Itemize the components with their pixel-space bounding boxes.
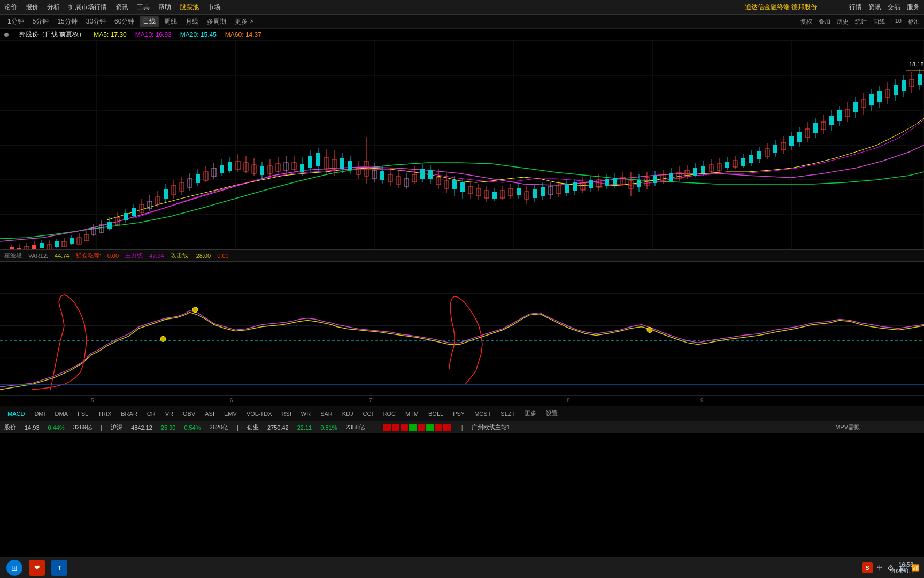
action-jiaoyi[interactable]: 交易 — [888, 3, 900, 12]
ind-btn-brar[interactable]: BRAR — [118, 410, 141, 417]
time-btn-daily[interactable]: 日线 — [140, 16, 159, 27]
menu-item-kuozhan[interactable]: 扩展市场行情 — [68, 3, 107, 12]
btn-fuquan[interactable]: 复权 — [800, 18, 812, 26]
ind-btn-roc[interactable]: ROC — [380, 410, 399, 417]
ind-btn-sar[interactable]: SAR — [317, 410, 336, 417]
svg-rect-185 — [693, 168, 697, 176]
timeline-label-9: 9 — [700, 398, 704, 404]
ind-btn-kdj[interactable]: KDJ — [339, 410, 357, 417]
ind-mainline-label: 主力线 — [125, 252, 143, 260]
ind-mainline-value: 47.94 — [149, 253, 164, 259]
chart-toolbar-right: 复权 叠加 历史 统计 画线 F10 标准 — [800, 18, 920, 26]
btn-biaozhun[interactable]: 标准 — [908, 18, 920, 26]
heat-block-5 — [418, 424, 425, 431]
svg-rect-171 — [637, 180, 641, 187]
svg-rect-87 — [300, 164, 304, 172]
time-btn-5min[interactable]: 5分钟 — [29, 16, 52, 27]
btn-f10[interactable]: F10 — [891, 18, 902, 26]
ind-btn-mcst[interactable]: MCST — [471, 410, 494, 417]
ind-btn-trix[interactable]: TRIX — [95, 410, 114, 417]
svg-rect-89 — [308, 156, 312, 168]
menu-item-zixun[interactable]: 资讯 — [116, 3, 128, 12]
system-tray: S 中 ⚙ 🔊 📶 16:56 2020/0... — [862, 562, 920, 573]
s-logo-icon[interactable]: S — [862, 562, 873, 573]
ind-var12-value: 44.74 — [55, 253, 70, 259]
ind-btn-fsl[interactable]: FSL — [74, 410, 91, 417]
ind-btn-settings[interactable]: 设置 — [543, 409, 561, 418]
time-btn-1min[interactable]: 1分钟 — [4, 16, 27, 27]
ind-btn-rsi[interactable]: RSI — [279, 410, 295, 417]
time-btn-monthly[interactable]: 月线 — [182, 16, 202, 27]
start-button[interactable]: ⊞ — [6, 560, 22, 576]
btn-tongji[interactable]: 统计 — [855, 18, 867, 26]
time-btn-weekly[interactable]: 周线 — [161, 16, 180, 27]
ind-btn-macd[interactable]: MACD — [4, 410, 28, 417]
ind-btn-psy[interactable]: PSY — [450, 410, 468, 417]
status-right-label: MPV需振 — [835, 423, 860, 431]
status-station: 广州欧线主站1 — [472, 423, 510, 431]
ind-btn-voltdx[interactable]: VOL-TDX — [243, 410, 275, 417]
app-icon-security[interactable]: ❤ — [29, 560, 45, 576]
ind-btn-cci[interactable]: CCI — [360, 410, 376, 417]
indicator-panel[interactable] — [0, 261, 924, 395]
svg-rect-107 — [380, 171, 384, 180]
time-btn-15min[interactable]: 15分钟 — [54, 16, 80, 27]
action-fuwu[interactable]: 服务 — [907, 3, 920, 12]
ind-btn-vr[interactable]: VR — [162, 410, 176, 417]
tray-lang-label[interactable]: 中 — [877, 564, 883, 572]
menu-item-baojia[interactable]: 报价 — [26, 3, 38, 12]
status-sep3: | — [373, 424, 375, 431]
taskbar-clock: 16:56 2020/0... — [890, 561, 913, 574]
time-btn-more[interactable]: 更多 > — [232, 16, 256, 27]
status-sep2: | — [237, 424, 238, 431]
svg-rect-219 — [829, 116, 834, 125]
ind-btn-slzt[interactable]: SLZT — [497, 410, 518, 417]
menu-item-lunprice[interactable]: 论价 — [4, 3, 17, 12]
ind-btn-more[interactable]: 更多 — [521, 409, 540, 418]
action-hangqing[interactable]: 行情 — [849, 3, 862, 12]
time-period-toolbar: 1分钟 5分钟 15分钟 30分钟 60分钟 日线 周线 月线 多周期 更多 >… — [0, 15, 924, 29]
svg-rect-201 — [757, 151, 761, 159]
ind-btn-obv[interactable]: OBV — [180, 410, 198, 417]
btn-lishi[interactable]: 历史 — [837, 18, 849, 26]
ind-btn-mtm[interactable]: MTM — [402, 410, 422, 417]
status-shenzhen-vol: 2620亿 — [210, 423, 228, 431]
status-sep4: | — [461, 424, 463, 431]
ind-btn-emv[interactable]: EMV — [221, 410, 240, 417]
timeline-bar: 5 6 7 8 9 — [0, 395, 924, 406]
btn-huaxian[interactable]: 画线 — [873, 18, 885, 26]
btn-diejia[interactable]: 叠加 — [819, 18, 830, 26]
ind-btn-dmi[interactable]: DMI — [31, 410, 48, 417]
ind-btn-boll[interactable]: BOLL — [425, 410, 446, 417]
timeline-label-7: 7 — [369, 398, 372, 404]
menu-item-gongju[interactable]: 工具 — [137, 3, 150, 12]
time-btn-30min[interactable]: 30分钟 — [83, 16, 109, 27]
ind-btn-dma[interactable]: DMA — [52, 410, 71, 417]
ind-btn-asi[interactable]: ASI — [202, 410, 218, 417]
menu-item-bangzhu[interactable]: 帮助 — [158, 3, 171, 12]
ind-btn-wr[interactable]: WR — [298, 410, 314, 417]
svg-rect-61 — [196, 174, 200, 183]
status-shenzhen-change: 25.90 — [161, 424, 176, 431]
time-btn-multi[interactable]: 多周期 — [204, 16, 229, 27]
clock-date: 2020/0... — [890, 568, 913, 574]
right-action-group: 行情 资讯 交易 服务 — [849, 3, 920, 12]
svg-rect-21 — [40, 243, 44, 248]
app-icon-tongdaxin[interactable]: T — [51, 560, 67, 576]
svg-point-256 — [160, 336, 166, 341]
time-btn-60min[interactable]: 60分钟 — [111, 16, 137, 27]
main-chart-area[interactable]: 18.18 -9.22 财 楼 s — [0, 41, 924, 249]
status-shenzhen-value: 4842.12 — [131, 424, 152, 431]
menu-item-fenxi[interactable]: 分析 — [47, 3, 60, 12]
indicator-info-bar: 霍波段 VAR12: 44.74 猫仓吃筹: 0.00 主力线 47.94 攻击… — [0, 249, 924, 261]
status-change-pct: 0.44% — [48, 424, 65, 431]
status-shenzhen-pct: 0.54% — [184, 424, 201, 431]
svg-rect-25 — [55, 241, 59, 247]
svg-rect-77 — [260, 166, 264, 175]
menu-item-shichang[interactable]: 市场 — [207, 3, 220, 12]
timeline-label-6: 6 — [230, 398, 233, 404]
svg-point-255 — [192, 307, 198, 313]
action-zixun[interactable]: 资讯 — [868, 3, 881, 12]
menu-item-gupiaochi[interactable]: 股票池 — [180, 3, 199, 12]
ind-btn-cr[interactable]: CR — [144, 410, 159, 417]
